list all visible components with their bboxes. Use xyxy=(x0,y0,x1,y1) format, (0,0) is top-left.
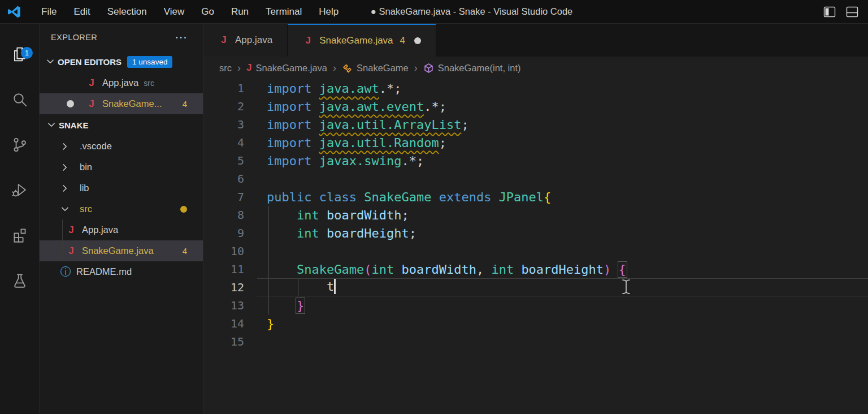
menu-file[interactable]: File xyxy=(33,0,65,24)
code-line-5[interactable]: 5import javax.swing.*; xyxy=(203,152,868,170)
token: boardHeight xyxy=(327,226,409,240)
modified-dot-icon xyxy=(414,37,421,44)
open-editors-label: OPEN EDITORS xyxy=(58,57,121,67)
activity-item-run-debug[interactable] xyxy=(0,167,39,213)
code-line-7[interactable]: 7public class SnakeGame extends JPanel{ xyxy=(203,188,868,206)
token: , xyxy=(476,262,492,277)
code-line-11[interactable]: 11 SnakeGame(int boardWidth, int boardHe… xyxy=(203,260,868,278)
tab-label: SnakeGame.java xyxy=(319,35,393,46)
folder-label: src xyxy=(80,204,92,214)
code-line-13[interactable]: 13 } xyxy=(203,296,868,314)
breadcrumb-item[interactable]: SnakeGame(int, int) xyxy=(423,63,521,74)
layout-sidebar-icon[interactable] xyxy=(823,5,836,19)
tree-item-src[interactable]: src xyxy=(40,199,203,219)
token xyxy=(267,279,327,294)
activity-item-extensions[interactable] xyxy=(0,213,39,258)
line-number: 3 xyxy=(203,118,244,131)
activity-item-testing[interactable] xyxy=(0,258,39,303)
open-editor-item[interactable]: JApp.javasrc xyxy=(40,72,203,93)
tree-item--vscode[interactable]: .vscode xyxy=(40,136,203,157)
more-actions-button[interactable]: ⋯ xyxy=(175,30,188,45)
extensions-icon xyxy=(11,226,29,244)
breadcrumb-label: SnakeGame xyxy=(357,63,409,74)
file-label: README.md xyxy=(76,266,132,277)
breadcrumb-item[interactable]: SnakeGame xyxy=(342,63,409,74)
open-editors-header[interactable]: OPEN EDITORS 1 unsaved xyxy=(40,51,203,72)
token xyxy=(267,299,297,313)
code-line-1[interactable]: 1import java.awt.*; xyxy=(203,79,868,97)
tree-item-lib[interactable]: lib xyxy=(40,178,203,199)
menu-help[interactable]: Help xyxy=(310,0,347,24)
code-line-9[interactable]: 9 int boardHeight; xyxy=(203,224,868,242)
tree-item-readme-md[interactable]: ⓘREADME.md xyxy=(40,261,203,282)
token: t xyxy=(327,279,334,294)
chevron-right-icon xyxy=(60,183,70,193)
token: .*; xyxy=(424,100,446,114)
file-label: SnakeGame.java xyxy=(82,245,154,256)
workspace-header[interactable]: SNAKE xyxy=(40,114,203,136)
code-line-8[interactable]: 8 int boardWidth; xyxy=(203,206,868,224)
open-editor-item[interactable]: JSnakeGame...4 xyxy=(40,93,203,114)
token: class xyxy=(319,190,364,204)
current-line-highlight xyxy=(257,278,868,296)
breadcrumb-separator-icon: › xyxy=(413,62,419,74)
token: { xyxy=(619,262,626,277)
source-control-icon xyxy=(11,136,29,154)
tab-app-java[interactable]: JApp.java xyxy=(203,24,288,57)
window-controls xyxy=(823,0,859,23)
code-line-15[interactable]: 15 xyxy=(203,333,868,351)
modified-dot-slot xyxy=(67,100,86,107)
java-file-icon: J xyxy=(86,98,97,110)
menu-go[interactable]: Go xyxy=(193,0,223,24)
problems-badge: 4 xyxy=(183,99,187,109)
indent-guide xyxy=(268,242,269,260)
activity-item-search[interactable] xyxy=(0,77,39,122)
code-text: } xyxy=(267,317,274,331)
tree-item-app-java[interactable]: JApp.java xyxy=(40,219,203,240)
tree-item-bin[interactable]: bin xyxy=(40,157,203,178)
token: java.awt xyxy=(319,81,379,96)
token xyxy=(611,262,618,277)
activity-item-explorer[interactable]: 1 xyxy=(0,32,39,77)
search-icon xyxy=(11,90,29,109)
code-line-3[interactable]: 3import java.util.ArrayList; xyxy=(203,115,868,133)
line-number: 14 xyxy=(203,317,244,330)
code-line-4[interactable]: 4import java.util.Random; xyxy=(203,133,868,152)
markdown-info-icon: ⓘ xyxy=(60,265,71,279)
breadcrumb-label: SnakeGame(int, int) xyxy=(438,63,521,74)
folder-label: bin xyxy=(80,162,92,172)
sidebar-header: EXPLORER ⋯ xyxy=(40,24,203,51)
java-file-icon: J xyxy=(218,34,229,46)
line-number: 7 xyxy=(203,190,244,204)
code-line-2[interactable]: 2import java.awt.event.*; xyxy=(203,97,868,115)
tab-snakegame-java[interactable]: JSnakeGame.java4 xyxy=(288,24,436,57)
menu-selection[interactable]: Selection xyxy=(99,0,155,24)
activity-item-source-control[interactable] xyxy=(0,122,39,167)
code-editor[interactable]: 1import java.awt.*;2import java.awt.even… xyxy=(203,79,868,414)
modified-dot-icon xyxy=(67,100,74,107)
breadcrumb-item[interactable]: src xyxy=(219,63,232,74)
tree-item-snakegame-java[interactable]: JSnakeGame.java4 xyxy=(40,240,203,261)
code-line-12[interactable]: 12 t xyxy=(203,278,868,296)
token: SnakeGame xyxy=(364,190,439,204)
layout-panel-icon[interactable] xyxy=(845,5,859,19)
breadcrumb-item[interactable]: JSnakeGame.java xyxy=(246,62,327,74)
code-line-6[interactable]: 6 xyxy=(203,170,868,188)
line-number: 8 xyxy=(203,208,244,222)
menu-view[interactable]: View xyxy=(155,0,193,24)
line-number: 4 xyxy=(203,136,244,149)
menu-run[interactable]: Run xyxy=(223,0,257,24)
line-number: 12 xyxy=(203,281,244,294)
code-line-10[interactable]: 10 xyxy=(203,242,868,260)
code-text: } xyxy=(267,299,304,313)
line-number: 5 xyxy=(203,154,244,167)
title-bar: FileEditSelectionViewGoRunTerminalHelp ●… xyxy=(0,0,868,24)
code-line-14[interactable]: 14} xyxy=(203,314,868,333)
menu-terminal[interactable]: Terminal xyxy=(257,0,310,24)
token: java.util.Random xyxy=(319,136,439,150)
menu-edit[interactable]: Edit xyxy=(65,0,98,24)
file-label: App.java xyxy=(82,225,118,235)
chevron-down-icon xyxy=(46,120,57,130)
token xyxy=(267,208,297,222)
activity-bar: 1 xyxy=(0,24,40,414)
